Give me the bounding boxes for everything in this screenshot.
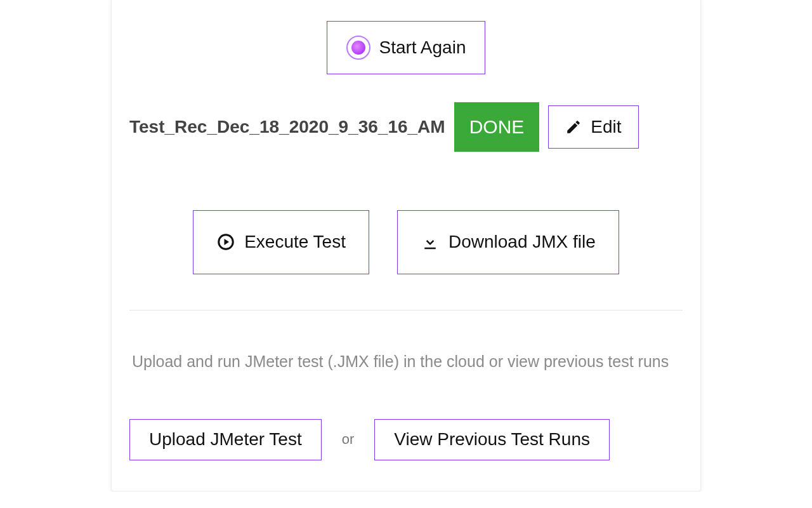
or-text: or — [342, 431, 355, 448]
main-card: Start Again Test_Rec_Dec_18_2020_9_36_16… — [111, 0, 701, 491]
play-circle-icon — [216, 232, 235, 251]
status-badge: DONE — [454, 102, 540, 152]
pencil-icon — [565, 119, 582, 135]
edit-label: Edit — [591, 117, 621, 137]
execute-test-button[interactable]: Execute Test — [193, 210, 369, 274]
edit-button[interactable]: Edit — [548, 105, 638, 149]
execute-test-label: Execute Test — [244, 232, 346, 252]
upload-jmeter-label: Upload JMeter Test — [149, 430, 302, 450]
divider — [129, 310, 683, 311]
test-name: Test_Rec_Dec_18_2020_9_36_16_AM — [129, 117, 445, 137]
upload-jmeter-button[interactable]: Upload JMeter Test — [129, 419, 322, 460]
record-icon — [346, 36, 370, 60]
view-previous-button[interactable]: View Previous Test Runs — [374, 419, 610, 460]
start-again-button[interactable]: Start Again — [327, 21, 486, 74]
download-jmx-button[interactable]: Download JMX file — [397, 210, 619, 274]
start-again-label: Start Again — [379, 38, 466, 58]
download-jmx-label: Download JMX file — [449, 232, 596, 252]
help-text: Upload and run JMeter test (.JMX file) i… — [132, 352, 683, 371]
download-icon — [421, 232, 440, 251]
view-previous-label: View Previous Test Runs — [394, 430, 590, 450]
